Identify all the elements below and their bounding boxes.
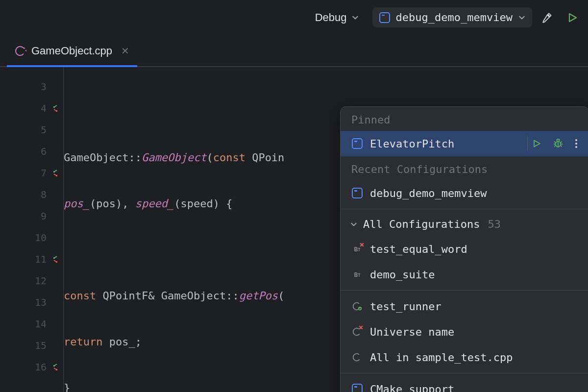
line-number: 9 [0, 205, 63, 227]
catch-test-icon [351, 351, 363, 363]
build-button[interactable] [541, 11, 555, 24]
pinned-header: Pinned [341, 107, 588, 131]
app-icon [379, 12, 390, 23]
line-number: 16 [0, 356, 63, 378]
play-icon [566, 12, 578, 24]
vcs-marker-icon [49, 253, 62, 266]
separator [341, 209, 588, 209]
play-icon[interactable] [532, 139, 541, 148]
config-item-all-sample-test[interactable]: All in sample_test.cpp [341, 344, 588, 370]
config-item-cmake-support[interactable]: CMake_support [341, 376, 588, 392]
app-icon [351, 383, 363, 392]
separator [341, 373, 588, 373]
svg-point-6 [575, 146, 577, 148]
run-config-label: debug_demo_memview [396, 11, 513, 24]
line-number: 3 [0, 76, 63, 98]
catch-test-icon [351, 326, 363, 338]
all-configs-expander[interactable]: All Configurations 53 [341, 212, 588, 236]
config-item-demo-suite[interactable]: BT demo_suite [341, 262, 588, 287]
line-number: 8 [0, 184, 63, 205]
tab-label: GameObject.cpp [31, 45, 112, 57]
app-icon [351, 138, 363, 149]
chevron-down-icon [352, 14, 359, 21]
tab-gameobject-cpp[interactable]: + + GameObject.cpp ✕ [7, 35, 137, 66]
config-item-test-runner[interactable]: test_runner [341, 294, 588, 319]
svg-text:+: + [25, 49, 26, 53]
cpp-file-icon: + + [15, 45, 26, 57]
vcs-marker-icon [49, 361, 62, 373]
close-icon[interactable]: ✕ [121, 45, 129, 57]
line-number: 6 [0, 141, 63, 162]
line-number: 4 [0, 98, 63, 119]
config-item-universe-name[interactable]: Universe name [341, 319, 588, 344]
boost-test-icon: BT [351, 243, 363, 255]
line-number: 7 [0, 162, 63, 184]
catch-test-icon [351, 300, 363, 312]
svg-point-4 [575, 139, 577, 141]
config-item-test-equal-word[interactable]: BT test_equal_word [341, 236, 588, 262]
build-config-label: Debug [315, 11, 347, 24]
boost-test-icon: BT [351, 269, 363, 280]
run-button[interactable] [565, 11, 579, 24]
svg-point-5 [575, 143, 577, 145]
line-number: 5 [0, 119, 63, 141]
hammer-icon [541, 11, 554, 24]
chevron-down-icon [350, 221, 357, 228]
editor-tabs: + + GameObject.cpp ✕ [0, 35, 588, 67]
code-editor[interactable]: 3 4 5 6 7 8 9 10 11 12 13 14 15 16 [0, 67, 588, 392]
recent-header: Recent Configurations [341, 156, 588, 180]
line-number: 13 [0, 292, 63, 313]
main-toolbar: Debug debug_demo_memview [0, 0, 588, 35]
config-item-elevatorpitch[interactable]: ElevatorPitch [341, 131, 588, 156]
toolbar-actions [541, 11, 579, 24]
line-number: 14 [0, 313, 63, 335]
config-item-debug-demo-memview[interactable]: debug_demo_memview [341, 180, 588, 206]
vcs-marker-icon [49, 167, 62, 179]
more-icon[interactable] [575, 139, 578, 148]
line-number: 15 [0, 335, 63, 356]
editor-gutter: 3 4 5 6 7 8 9 10 11 12 13 14 15 16 [0, 67, 64, 392]
line-number: 12 [0, 270, 63, 292]
bug-icon[interactable] [552, 138, 564, 149]
build-config-selector[interactable]: Debug [310, 8, 364, 27]
line-number: 11 [0, 248, 63, 270]
run-config-popup: Pinned ElevatorPitch Recent Configuratio… [340, 106, 588, 392]
chevron-down-icon [518, 14, 525, 21]
item-actions [527, 137, 578, 150]
run-config-selector[interactable]: debug_demo_memview [372, 7, 532, 27]
separator [341, 290, 588, 291]
app-icon [351, 187, 363, 199]
svg-point-10 [352, 352, 362, 363]
line-number: 10 [0, 227, 63, 248]
vcs-marker-icon [49, 102, 62, 115]
